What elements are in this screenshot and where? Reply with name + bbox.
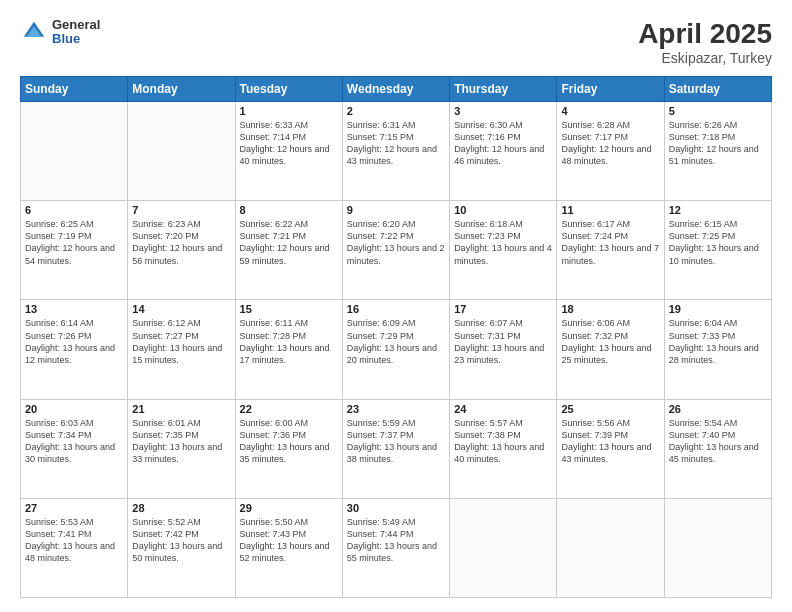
day-cell: 27Sunrise: 5:53 AMSunset: 7:41 PMDayligh… [21, 498, 128, 597]
day-number: 2 [347, 105, 445, 117]
day-info: Sunrise: 6:04 AMSunset: 7:33 PMDaylight:… [669, 317, 767, 366]
day-cell: 30Sunrise: 5:49 AMSunset: 7:44 PMDayligh… [342, 498, 449, 597]
day-info: Sunrise: 6:00 AMSunset: 7:36 PMDaylight:… [240, 417, 338, 466]
col-header-thursday: Thursday [450, 77, 557, 102]
col-header-friday: Friday [557, 77, 664, 102]
header-row: SundayMondayTuesdayWednesdayThursdayFrid… [21, 77, 772, 102]
day-number: 27 [25, 502, 123, 514]
day-info: Sunrise: 6:30 AMSunset: 7:16 PMDaylight:… [454, 119, 552, 168]
day-info: Sunrise: 6:26 AMSunset: 7:18 PMDaylight:… [669, 119, 767, 168]
day-cell: 29Sunrise: 5:50 AMSunset: 7:43 PMDayligh… [235, 498, 342, 597]
day-number: 10 [454, 204, 552, 216]
day-cell: 1Sunrise: 6:33 AMSunset: 7:14 PMDaylight… [235, 102, 342, 201]
day-info: Sunrise: 6:09 AMSunset: 7:29 PMDaylight:… [347, 317, 445, 366]
day-info: Sunrise: 6:31 AMSunset: 7:15 PMDaylight:… [347, 119, 445, 168]
day-cell: 2Sunrise: 6:31 AMSunset: 7:15 PMDaylight… [342, 102, 449, 201]
day-number: 29 [240, 502, 338, 514]
logo-text: General Blue [52, 18, 100, 47]
col-header-wednesday: Wednesday [342, 77, 449, 102]
day-number: 15 [240, 303, 338, 315]
day-cell: 20Sunrise: 6:03 AMSunset: 7:34 PMDayligh… [21, 399, 128, 498]
week-row-4: 20Sunrise: 6:03 AMSunset: 7:34 PMDayligh… [21, 399, 772, 498]
logo: General Blue [20, 18, 100, 47]
day-info: Sunrise: 6:06 AMSunset: 7:32 PMDaylight:… [561, 317, 659, 366]
day-number: 12 [669, 204, 767, 216]
day-info: Sunrise: 6:25 AMSunset: 7:19 PMDaylight:… [25, 218, 123, 267]
day-number: 17 [454, 303, 552, 315]
day-cell: 21Sunrise: 6:01 AMSunset: 7:35 PMDayligh… [128, 399, 235, 498]
week-row-1: 1Sunrise: 6:33 AMSunset: 7:14 PMDaylight… [21, 102, 772, 201]
day-number: 9 [347, 204, 445, 216]
day-number: 19 [669, 303, 767, 315]
day-info: Sunrise: 6:14 AMSunset: 7:26 PMDaylight:… [25, 317, 123, 366]
day-number: 5 [669, 105, 767, 117]
day-cell: 9Sunrise: 6:20 AMSunset: 7:22 PMDaylight… [342, 201, 449, 300]
day-info: Sunrise: 6:22 AMSunset: 7:21 PMDaylight:… [240, 218, 338, 267]
day-cell: 3Sunrise: 6:30 AMSunset: 7:16 PMDaylight… [450, 102, 557, 201]
day-number: 1 [240, 105, 338, 117]
header: General Blue April 2025 Eskipazar, Turke… [20, 18, 772, 66]
day-cell: 28Sunrise: 5:52 AMSunset: 7:42 PMDayligh… [128, 498, 235, 597]
title-location: Eskipazar, Turkey [638, 50, 772, 66]
day-info: Sunrise: 6:20 AMSunset: 7:22 PMDaylight:… [347, 218, 445, 267]
day-cell: 14Sunrise: 6:12 AMSunset: 7:27 PMDayligh… [128, 300, 235, 399]
logo-general-text: General [52, 18, 100, 32]
day-number: 7 [132, 204, 230, 216]
day-number: 16 [347, 303, 445, 315]
week-row-3: 13Sunrise: 6:14 AMSunset: 7:26 PMDayligh… [21, 300, 772, 399]
day-number: 26 [669, 403, 767, 415]
day-info: Sunrise: 6:18 AMSunset: 7:23 PMDaylight:… [454, 218, 552, 267]
day-cell: 24Sunrise: 5:57 AMSunset: 7:38 PMDayligh… [450, 399, 557, 498]
day-number: 23 [347, 403, 445, 415]
day-info: Sunrise: 6:01 AMSunset: 7:35 PMDaylight:… [132, 417, 230, 466]
day-number: 3 [454, 105, 552, 117]
day-info: Sunrise: 6:07 AMSunset: 7:31 PMDaylight:… [454, 317, 552, 366]
day-number: 20 [25, 403, 123, 415]
day-cell: 18Sunrise: 6:06 AMSunset: 7:32 PMDayligh… [557, 300, 664, 399]
day-info: Sunrise: 5:56 AMSunset: 7:39 PMDaylight:… [561, 417, 659, 466]
col-header-monday: Monday [128, 77, 235, 102]
day-info: Sunrise: 5:53 AMSunset: 7:41 PMDaylight:… [25, 516, 123, 565]
day-cell: 25Sunrise: 5:56 AMSunset: 7:39 PMDayligh… [557, 399, 664, 498]
day-cell: 19Sunrise: 6:04 AMSunset: 7:33 PMDayligh… [664, 300, 771, 399]
page: General Blue April 2025 Eskipazar, Turke… [0, 0, 792, 612]
day-number: 25 [561, 403, 659, 415]
day-number: 21 [132, 403, 230, 415]
day-number: 18 [561, 303, 659, 315]
day-number: 11 [561, 204, 659, 216]
day-number: 30 [347, 502, 445, 514]
day-info: Sunrise: 5:59 AMSunset: 7:37 PMDaylight:… [347, 417, 445, 466]
day-cell: 8Sunrise: 6:22 AMSunset: 7:21 PMDaylight… [235, 201, 342, 300]
day-info: Sunrise: 6:28 AMSunset: 7:17 PMDaylight:… [561, 119, 659, 168]
day-info: Sunrise: 6:17 AMSunset: 7:24 PMDaylight:… [561, 218, 659, 267]
week-row-5: 27Sunrise: 5:53 AMSunset: 7:41 PMDayligh… [21, 498, 772, 597]
day-cell [557, 498, 664, 597]
day-number: 28 [132, 502, 230, 514]
day-cell: 13Sunrise: 6:14 AMSunset: 7:26 PMDayligh… [21, 300, 128, 399]
day-cell: 4Sunrise: 6:28 AMSunset: 7:17 PMDaylight… [557, 102, 664, 201]
day-cell: 26Sunrise: 5:54 AMSunset: 7:40 PMDayligh… [664, 399, 771, 498]
title-month: April 2025 [638, 18, 772, 50]
day-number: 24 [454, 403, 552, 415]
day-info: Sunrise: 6:23 AMSunset: 7:20 PMDaylight:… [132, 218, 230, 267]
logo-blue-text: Blue [52, 32, 100, 46]
title-block: April 2025 Eskipazar, Turkey [638, 18, 772, 66]
day-info: Sunrise: 5:52 AMSunset: 7:42 PMDaylight:… [132, 516, 230, 565]
col-header-tuesday: Tuesday [235, 77, 342, 102]
day-cell: 23Sunrise: 5:59 AMSunset: 7:37 PMDayligh… [342, 399, 449, 498]
day-number: 6 [25, 204, 123, 216]
day-cell: 16Sunrise: 6:09 AMSunset: 7:29 PMDayligh… [342, 300, 449, 399]
day-cell: 10Sunrise: 6:18 AMSunset: 7:23 PMDayligh… [450, 201, 557, 300]
week-row-2: 6Sunrise: 6:25 AMSunset: 7:19 PMDaylight… [21, 201, 772, 300]
day-cell: 11Sunrise: 6:17 AMSunset: 7:24 PMDayligh… [557, 201, 664, 300]
day-number: 8 [240, 204, 338, 216]
day-cell [128, 102, 235, 201]
day-info: Sunrise: 5:49 AMSunset: 7:44 PMDaylight:… [347, 516, 445, 565]
day-cell: 17Sunrise: 6:07 AMSunset: 7:31 PMDayligh… [450, 300, 557, 399]
day-number: 13 [25, 303, 123, 315]
day-cell: 12Sunrise: 6:15 AMSunset: 7:25 PMDayligh… [664, 201, 771, 300]
day-info: Sunrise: 6:15 AMSunset: 7:25 PMDaylight:… [669, 218, 767, 267]
day-cell [450, 498, 557, 597]
col-header-saturday: Saturday [664, 77, 771, 102]
calendar-table: SundayMondayTuesdayWednesdayThursdayFrid… [20, 76, 772, 598]
